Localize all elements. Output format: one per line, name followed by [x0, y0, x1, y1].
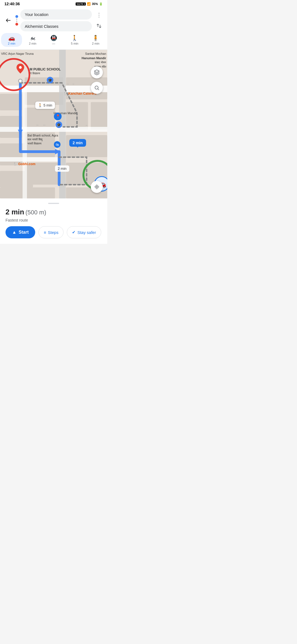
- map-label-caterers: 🍴 Kanchan Caterers: [63, 92, 97, 95]
- tab-transit-label: —: [52, 42, 55, 45]
- tab-car-label: 2 min: [8, 42, 15, 45]
- route-inputs: [20, 9, 92, 31]
- battery-icon: 🔋: [99, 2, 103, 6]
- walk-time-label: 5 min: [43, 103, 52, 107]
- action-buttons: ▲ Start ≡ Steps ✔ Stay safer: [6, 226, 102, 238]
- map-label-gobhi: 🍴 Gobhi.com: [13, 162, 35, 166]
- route-subtitle: Fastest route: [6, 218, 102, 222]
- map-label-school: M PUBLIC SCHOOL: [30, 67, 61, 71]
- map-label-bal-hindi2: भारती विद्यालय: [28, 142, 42, 145]
- header: ⋮: [0, 7, 107, 31]
- header-top-row: ⋮: [3, 9, 104, 31]
- tab-transit[interactable]: 🚇 —: [43, 33, 64, 47]
- current-location-dot: [18, 79, 23, 83]
- battery-text: 35%: [92, 2, 98, 6]
- start-label: Start: [19, 230, 29, 235]
- svg-point-30: [96, 186, 98, 188]
- my-location-button[interactable]: [91, 181, 103, 193]
- svg-rect-12: [91, 102, 107, 130]
- volte-badge: VoLTE 1: [76, 2, 86, 6]
- route-dots: [15, 13, 18, 28]
- origin-dot: [15, 15, 18, 18]
- destination-pin: [16, 64, 24, 75]
- stay-safer-button[interactable]: ✔ Stay safer: [67, 226, 101, 238]
- svg-text:→: →: [72, 82, 75, 86]
- walk-icon: 🚶: [38, 103, 42, 107]
- tab-bike-label: 2 min: [29, 42, 36, 45]
- map-search-button[interactable]: [91, 82, 103, 94]
- more-button[interactable]: ⋮: [94, 10, 104, 20]
- svg-rect-7: [25, 108, 55, 127]
- car-icon: 🚗: [8, 35, 15, 41]
- svg-text:→: →: [66, 82, 69, 86]
- start-icon: ▲: [12, 230, 16, 235]
- signal-icon: 📶: [87, 2, 91, 6]
- map-label-sankat: Sankat Mochan: [85, 52, 106, 55]
- tab-rideshare-label: 2 min: [92, 42, 99, 45]
- steps-label: Steps: [48, 230, 58, 235]
- walk-time-bubble: 🚶 5 min: [35, 102, 55, 109]
- map-label-hanuman-mandir-top: Hanuman Mandir: [82, 56, 106, 60]
- svg-rect-5: [0, 187, 55, 198]
- svg-text:←: ←: [36, 123, 40, 127]
- map-area[interactable]: ← ← → → ← VRC Arjun Nagar Tiruna Sankat …: [0, 50, 107, 198]
- tab-walk[interactable]: 🚶 5 min: [64, 33, 85, 47]
- steps-icon: ≡: [44, 230, 46, 235]
- tab-rideshare[interactable]: 🧍 2 min: [85, 33, 106, 47]
- safer-icon: ✔: [72, 230, 76, 235]
- destination-input[interactable]: [20, 21, 92, 31]
- bike-icon: 🏍: [30, 35, 35, 41]
- walk-icon: 🚶: [71, 35, 78, 41]
- transport-tabs: 🚗 2 min 🏍 2 min 🚇 — 🚶 5 min 🧍 2 min: [0, 31, 107, 50]
- bottom-sheet: 2 min (500 m) Fastest route ▲ Start ≡ St…: [0, 198, 107, 244]
- transit-icon: 🚇: [50, 35, 57, 41]
- tab-bike[interactable]: 🏍 2 min: [22, 33, 43, 47]
- tab-car[interactable]: 🚗 2 min: [1, 33, 22, 47]
- route-info: 2 min (500 m): [6, 208, 102, 216]
- route-distance: (500 m): [25, 209, 46, 216]
- svg-text:←: ←: [85, 123, 89, 127]
- road-time-label: 2 min: [55, 165, 69, 172]
- badge-label: 2 min: [73, 141, 83, 145]
- steps-button[interactable]: ≡ Steps: [38, 226, 64, 238]
- origin-input[interactable]: [20, 9, 92, 20]
- shopping-pin: 🛍: [54, 141, 61, 148]
- dot-line: [16, 18, 17, 20]
- bottom-handle: [48, 203, 59, 204]
- dest-dot: [15, 23, 18, 26]
- map-label-school-hindi: R विद्यालय: [30, 72, 40, 75]
- map-label-bal-bharti: Bal Bharti school, Agra: [28, 134, 58, 137]
- map-label-arjun: VRC Arjun Nagar Tiruna: [1, 52, 34, 55]
- svg-rect-19: [0, 157, 59, 162]
- svg-text:←: ←: [43, 123, 46, 127]
- svg-point-28: [19, 66, 22, 69]
- route-time: 2 min: [6, 208, 24, 216]
- dot-line2: [16, 21, 17, 22]
- svg-rect-18: [0, 127, 107, 132]
- svg-rect-1: [0, 94, 22, 110]
- road-time-text: 2 min: [58, 167, 67, 171]
- map-label-sankat-hindi: संकट मोचन: [95, 61, 106, 64]
- nav-location-pin: 📍: [54, 113, 62, 120]
- safer-label: Stay safer: [77, 230, 96, 235]
- swap-button[interactable]: [94, 21, 104, 31]
- route-time-badge: 2 min: [69, 139, 86, 147]
- back-button[interactable]: [3, 15, 13, 25]
- school-pin-1: 🎓: [47, 77, 53, 83]
- svg-rect-9: [25, 163, 58, 185]
- layers-button[interactable]: [91, 66, 103, 78]
- svg-rect-20: [23, 86, 27, 198]
- svg-point-31: [95, 185, 98, 189]
- status-icons: VoLTE 1 📶 35% 🔋: [76, 2, 103, 6]
- tab-walk-label: 5 min: [71, 42, 78, 45]
- status-time: 12:40:36: [4, 2, 20, 6]
- rideshare-icon: 🧍: [92, 35, 99, 41]
- school-pin-2: 🎓: [56, 121, 62, 128]
- start-button[interactable]: ▲ Start: [6, 226, 35, 238]
- status-bar: 12:40:36 VoLTE 1 📶 35% 🔋: [0, 0, 107, 7]
- map-label-bal-hindi1: बाल भारती शिशु: [28, 138, 42, 141]
